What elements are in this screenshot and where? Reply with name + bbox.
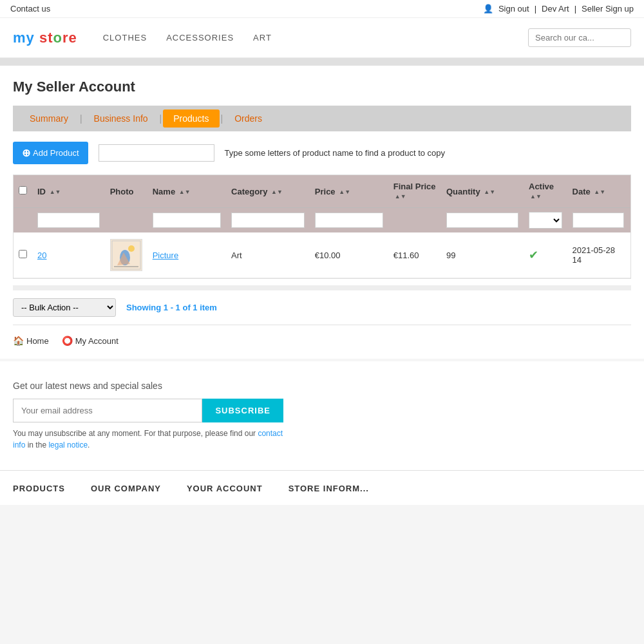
plus-icon: ⊕ bbox=[22, 147, 30, 159]
svg-point-2 bbox=[128, 245, 135, 252]
footer-col-company-title: OUR COMPANY bbox=[91, 484, 161, 493]
nav-accessories[interactable]: ACCESSORIES bbox=[166, 33, 234, 43]
filter-active-cell: Yes No bbox=[524, 208, 567, 233]
sign-out-link[interactable]: Sign out bbox=[498, 4, 529, 14]
col-quantity[interactable]: Quantity ▲▼ bbox=[441, 175, 524, 208]
bottom-bar: -- Bulk Action -- Delete selected Showin… bbox=[13, 290, 631, 325]
filter-name-input[interactable] bbox=[153, 213, 221, 228]
product-thumbnail bbox=[111, 240, 142, 270]
tab-sep-3: | bbox=[220, 113, 225, 124]
row-category: Art bbox=[226, 232, 310, 278]
seller-signup-link[interactable]: Seller Sign up bbox=[582, 4, 634, 14]
my-account-link[interactable]: ⭕ My Account bbox=[62, 336, 118, 346]
active-checkmark: ✔ bbox=[529, 249, 538, 261]
showing-label: Showing bbox=[126, 303, 161, 312]
filter-active-select[interactable]: Yes No bbox=[529, 212, 562, 229]
tab-sep-1: | bbox=[79, 113, 84, 124]
page-title: My Seller Account bbox=[13, 79, 631, 95]
footer-col-products: PRODUCTS bbox=[13, 484, 65, 498]
tab-products[interactable]: Products bbox=[163, 109, 219, 128]
footer-col-store: STORE INFORM... bbox=[289, 484, 369, 498]
col-category[interactable]: Category ▲▼ bbox=[226, 175, 310, 208]
product-id-link[interactable]: 20 bbox=[37, 251, 46, 260]
row-checkbox-cell bbox=[14, 232, 32, 278]
col-date[interactable]: Date ▲▼ bbox=[567, 175, 630, 208]
header: my store CLOTHES ACCESSORIES ART bbox=[0, 18, 644, 58]
copy-hint: Type some letters of product name to fin… bbox=[225, 148, 446, 158]
col-id[interactable]: ID ▲▼ bbox=[32, 175, 105, 208]
nav-clothes[interactable]: CLOTHES bbox=[103, 33, 147, 43]
date-sort-arrows[interactable]: ▲▼ bbox=[594, 189, 605, 195]
filter-quantity-input[interactable] bbox=[446, 213, 518, 228]
filter-quantity-cell bbox=[441, 208, 524, 233]
col-name[interactable]: Name ▲▼ bbox=[147, 175, 226, 208]
products-table-wrapper: ID ▲▼ Photo Name ▲▼ Category ▲▼ Price ▲▼… bbox=[13, 175, 631, 279]
filter-price-input[interactable] bbox=[315, 213, 383, 228]
legal-notice-link[interactable]: legal notice bbox=[48, 440, 88, 450]
filter-id-cell bbox=[32, 208, 105, 233]
filter-id-input[interactable] bbox=[37, 213, 100, 228]
home-icon: 🏠 bbox=[13, 336, 24, 346]
name-sort-arrows[interactable]: ▲▼ bbox=[179, 189, 191, 195]
filter-photo-cell bbox=[105, 208, 147, 233]
filter-checkbox-cell bbox=[14, 208, 32, 233]
logo-o: o bbox=[53, 30, 62, 46]
logo: my store bbox=[13, 30, 77, 46]
home-label: Home bbox=[26, 336, 49, 346]
footer-col-products-title: PRODUCTS bbox=[13, 484, 65, 493]
category-sort-arrows[interactable]: ▲▼ bbox=[271, 189, 283, 195]
add-product-button[interactable]: ⊕ Add Product bbox=[13, 142, 88, 164]
final-price-sort-arrows[interactable]: ▲▼ bbox=[395, 194, 406, 200]
search-input[interactable] bbox=[528, 28, 631, 47]
col-checkbox bbox=[14, 175, 32, 208]
nav-art[interactable]: ART bbox=[253, 33, 272, 43]
footer-col-account-title: YOUR ACCOUNT bbox=[187, 484, 263, 493]
quantity-sort-arrows[interactable]: ▲▼ bbox=[484, 189, 495, 195]
active-sort-arrows[interactable]: ▲▼ bbox=[530, 194, 542, 200]
logo-store: store bbox=[39, 30, 77, 46]
row-id: 20 bbox=[32, 232, 105, 278]
scroll-indicator[interactable] bbox=[13, 285, 631, 290]
footer-links: 🏠 Home ⭕ My Account bbox=[13, 325, 631, 359]
top-bar: Contact us 👤 Sign out | Dev Art | Seller… bbox=[0, 0, 644, 18]
add-product-label: Add Product bbox=[33, 148, 79, 158]
footer-col-account: YOUR ACCOUNT bbox=[187, 484, 263, 498]
home-link[interactable]: 🏠 Home bbox=[13, 336, 49, 346]
subscribe-button[interactable]: SUBSCRIBE bbox=[202, 399, 283, 422]
col-active[interactable]: Active ▲▼ bbox=[524, 175, 567, 208]
account-label: My Account bbox=[75, 336, 118, 346]
newsletter-email-input[interactable] bbox=[13, 399, 202, 422]
filter-final-price-cell bbox=[388, 208, 441, 233]
id-sort-arrows[interactable]: ▲▼ bbox=[50, 189, 61, 195]
row-price: €10.00 bbox=[310, 232, 388, 278]
main-content: My Seller Account Summary | Business Inf… bbox=[0, 66, 644, 359]
tab-sep-2: | bbox=[158, 113, 164, 124]
filter-category-input[interactable] bbox=[231, 213, 305, 228]
filter-price-cell bbox=[310, 208, 388, 233]
unsubscribe-text: You may unsubscribe at any moment. For t… bbox=[13, 428, 283, 451]
showing-range: 1 - 1 bbox=[164, 303, 183, 312]
tab-orders[interactable]: Orders bbox=[224, 109, 272, 128]
filter-date-input[interactable] bbox=[573, 213, 624, 228]
user-icon: 👤 bbox=[483, 4, 493, 14]
col-price[interactable]: Price ▲▼ bbox=[310, 175, 388, 208]
filter-name-cell bbox=[147, 208, 226, 233]
row-quantity: 99 bbox=[441, 232, 524, 278]
product-name-link[interactable]: Picture bbox=[153, 251, 178, 260]
search-product-input[interactable] bbox=[99, 144, 214, 162]
product-image bbox=[110, 239, 142, 271]
separator: | bbox=[535, 4, 536, 14]
row-checkbox[interactable] bbox=[19, 250, 27, 258]
tab-summary[interactable]: Summary bbox=[19, 109, 79, 128]
divider bbox=[0, 58, 644, 66]
newsletter-title: Get our latest news and special sales bbox=[13, 381, 631, 391]
bulk-action-select[interactable]: -- Bulk Action -- Delete selected bbox=[13, 298, 116, 317]
contact-us-link[interactable]: Contact us bbox=[10, 4, 50, 14]
main-nav: CLOTHES ACCESSORIES ART bbox=[103, 33, 502, 43]
table-header-row: ID ▲▼ Photo Name ▲▼ Category ▲▼ Price ▲▼… bbox=[14, 175, 630, 208]
logo-space bbox=[35, 30, 39, 46]
tab-business-info[interactable]: Business Info bbox=[84, 109, 158, 128]
select-all-checkbox[interactable] bbox=[19, 186, 27, 194]
col-final-price[interactable]: Final Price ▲▼ bbox=[388, 175, 441, 208]
price-sort-arrows[interactable]: ▲▼ bbox=[339, 189, 350, 195]
